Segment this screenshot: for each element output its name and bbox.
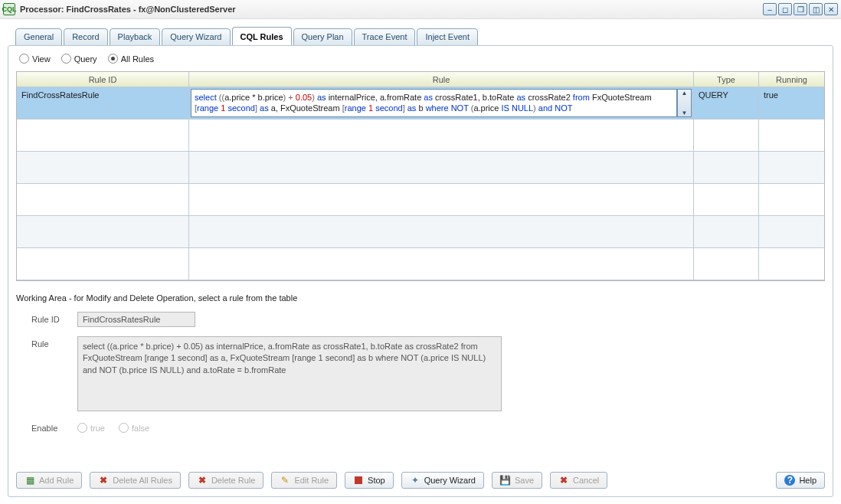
radio-dot-icon: [19, 54, 29, 64]
window-controls: – ◻ ❐ ◫ ✕: [763, 3, 838, 15]
delete-all-rules-button[interactable]: ✖ Delete All Rules: [90, 472, 181, 489]
table-row[interactable]: FindCrossRatesRule select ((a.price * b.…: [17, 87, 824, 119]
working-area-text: Working Area - for Modify and Delete Ope…: [16, 293, 825, 303]
delete-rule-button[interactable]: ✖ Delete Rule: [188, 472, 263, 489]
query-wizard-button[interactable]: ✦ Query Wizard: [401, 472, 484, 489]
edit-icon: ✎: [280, 475, 290, 486]
rule-id-field[interactable]: FindCrossRatesRule: [77, 312, 195, 327]
enable-false-label: false: [132, 424, 149, 433]
toolbar: ▦ Add Rule ✖ Delete All Rules ✖ Delete R…: [16, 463, 825, 489]
win-detach-icon[interactable]: ◫: [809, 3, 823, 15]
add-rule-button[interactable]: ▦ Add Rule: [16, 472, 82, 489]
table-row[interactable]: [17, 119, 824, 152]
tab-panel: View Query All Rules Rule ID Rule Type R…: [8, 45, 833, 497]
tab-query-wizard[interactable]: Query Wizard: [162, 28, 230, 46]
rules-grid: Rule ID Rule Type Running FindCrossRates…: [16, 71, 825, 281]
radio-all-label: All Rules: [121, 54, 154, 64]
win-restore-icon[interactable]: ❐: [794, 3, 807, 15]
col-rule[interactable]: Rule: [189, 72, 694, 87]
radio-query-label: Query: [74, 54, 97, 64]
radio-query[interactable]: Query: [61, 54, 97, 64]
window-title: Processor: FindCrossRates - fx@NonCluste…: [20, 5, 236, 14]
col-rule-id[interactable]: Rule ID: [17, 72, 189, 87]
enable-true-radio[interactable]: true: [77, 423, 105, 433]
filter-radios: View Query All Rules: [16, 54, 825, 64]
help-icon: ?: [784, 475, 795, 486]
radio-dot-icon: [108, 54, 118, 64]
tabbar: General Record Playback Query Wizard CQL…: [15, 27, 833, 46]
rule-inline-editor[interactable]: select ((a.price * b.price) + 0.05) as i…: [191, 89, 677, 117]
tab-playback[interactable]: Playback: [110, 28, 161, 46]
chevron-down-icon[interactable]: ▼: [678, 110, 691, 116]
edit-rule-button[interactable]: ✎ Edit Rule: [271, 472, 337, 489]
enable-true-label: true: [90, 424, 105, 433]
radio-view-label: View: [32, 54, 51, 64]
radio-view[interactable]: View: [19, 54, 51, 64]
working-area-form: Rule ID FindCrossRatesRule Rule select (…: [31, 312, 522, 442]
rule-textarea[interactable]: select ((a.price * b.price) + 0.05) as i…: [77, 336, 502, 411]
cell-rule-id: FindCrossRatesRule: [17, 87, 189, 119]
radio-all-rules[interactable]: All Rules: [108, 54, 154, 64]
tab-query-plan[interactable]: Query Plan: [293, 28, 352, 46]
cancel-icon: ✖: [558, 475, 569, 486]
rule-id-label: Rule ID: [31, 312, 77, 324]
cancel-button[interactable]: ✖ Cancel: [550, 472, 607, 489]
delete-icon: ✖: [98, 475, 109, 486]
wizard-icon: ✦: [410, 475, 420, 486]
table-row[interactable]: [17, 248, 824, 280]
table-row[interactable]: [17, 184, 824, 216]
enable-label: Enable: [31, 421, 77, 433]
grid-header: Rule ID Rule Type Running: [17, 72, 824, 87]
win-close-icon[interactable]: ✕: [824, 3, 838, 15]
titlebar: CQL Processor: FindCrossRates - fx@NonCl…: [0, 0, 841, 19]
col-type[interactable]: Type: [694, 72, 759, 87]
stop-icon: [353, 475, 364, 486]
enable-false-radio[interactable]: false: [119, 423, 149, 433]
cell-running: true: [759, 87, 824, 119]
win-max-icon[interactable]: ◻: [778, 3, 792, 15]
rule-editor-spinner[interactable]: ▲ ▼: [677, 89, 692, 117]
delete-icon: ✖: [197, 475, 208, 486]
tab-trace-event[interactable]: Trace Event: [354, 28, 416, 46]
tab-cql-rules[interactable]: CQL Rules: [232, 27, 292, 46]
stop-button[interactable]: Stop: [345, 472, 394, 489]
chevron-up-icon[interactable]: ▲: [678, 90, 691, 97]
processor-icon: CQL: [3, 3, 15, 15]
win-min-icon[interactable]: –: [763, 3, 777, 15]
help-button[interactable]: ? Help: [776, 472, 825, 489]
save-button[interactable]: 💾 Save: [492, 472, 542, 489]
radio-dot-icon: [119, 423, 129, 433]
table-row[interactable]: [17, 216, 824, 248]
rule-label: Rule: [31, 336, 77, 349]
radio-dot-icon: [77, 423, 87, 433]
save-icon: 💾: [500, 475, 511, 486]
tab-inject-event[interactable]: Inject Event: [417, 28, 477, 46]
tab-record[interactable]: Record: [64, 28, 107, 46]
radio-dot-icon: [61, 54, 71, 64]
content: General Record Playback Query Wizard CQL…: [0, 19, 841, 504]
add-icon: ▦: [25, 475, 35, 486]
tab-general[interactable]: General: [15, 28, 62, 46]
col-running[interactable]: Running: [759, 72, 824, 87]
window: CQL Processor: FindCrossRates - fx@NonCl…: [0, 0, 841, 504]
table-row[interactable]: [17, 152, 824, 184]
cell-type: QUERY: [694, 87, 759, 119]
cell-rule: select ((a.price * b.price) + 0.05) as i…: [189, 87, 694, 119]
